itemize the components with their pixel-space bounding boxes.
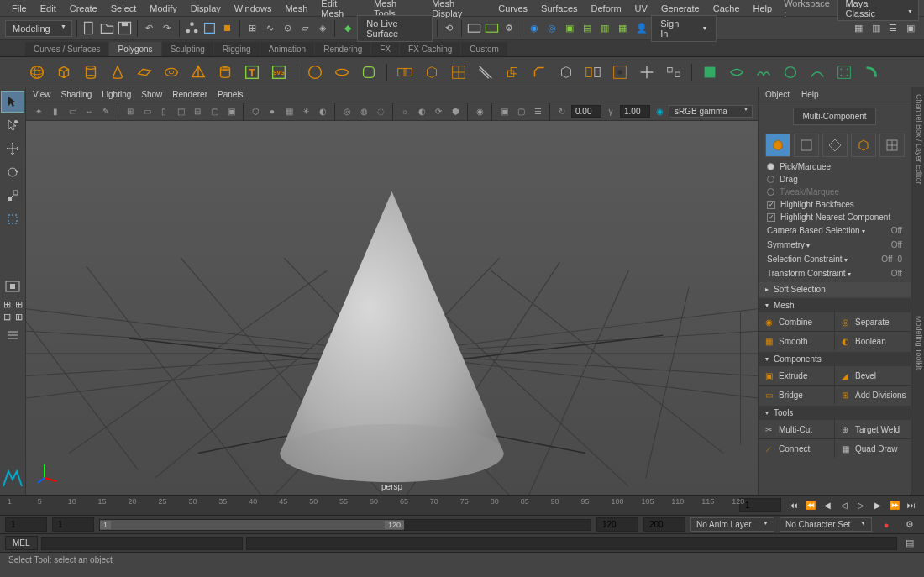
snap-point-icon[interactable]: ⊙	[280, 19, 296, 38]
vp-show-all-icon[interactable]: ▣	[496, 104, 512, 119]
char-set-dropdown[interactable]: No Character Set	[780, 517, 872, 532]
menu-deform[interactable]: Deform	[585, 1, 628, 16]
sculpt-2-icon[interactable]	[725, 60, 748, 84]
shelf-tab-rigging[interactable]: Rigging	[214, 42, 260, 56]
prefs-icon[interactable]: ⚙	[900, 516, 919, 534]
step-back-key-icon[interactable]: ⏪	[803, 498, 818, 513]
pick-marquee-radio[interactable]: Pick/Marquee	[759, 160, 911, 173]
shelf-tab-custom[interactable]: Custom	[461, 42, 507, 56]
vp-motion-blur-icon[interactable]: ⟳	[431, 104, 446, 119]
vp-safe-title-icon[interactable]: ▣	[223, 104, 239, 119]
object-mode-button[interactable]	[765, 134, 790, 157]
layout-grid-4-icon[interactable]: ⊞	[13, 312, 24, 323]
vp-menu-panels[interactable]: Panels	[218, 90, 244, 99]
open-scene-icon[interactable]	[99, 19, 115, 38]
anim-layer-dropdown[interactable]: No Anim Layer	[690, 517, 774, 532]
menu-modify[interactable]: Modify	[143, 1, 183, 16]
bridge-button[interactable]: ▭Bridge	[759, 386, 834, 404]
components-section-header[interactable]: Components	[759, 352, 911, 366]
vp-select-camera-icon[interactable]: ✦	[31, 104, 46, 119]
poly-superellipse-icon[interactable]	[357, 60, 381, 84]
multicut-icon[interactable]	[474, 60, 497, 84]
ipr-render-icon[interactable]	[484, 19, 500, 38]
range-start-field[interactable]	[52, 517, 94, 532]
panel-4-icon[interactable]: ▦	[614, 19, 630, 38]
bevel-button[interactable]: ◢Bevel	[835, 366, 911, 385]
script-editor-icon[interactable]: ▤	[900, 534, 919, 553]
separate-icon[interactable]	[420, 60, 444, 84]
menuset-dropdown[interactable]: Modeling	[5, 20, 72, 37]
face-mode-button[interactable]	[851, 134, 876, 157]
vp-wireframe-icon[interactable]: ⬡	[248, 104, 263, 119]
sculpt-5-icon[interactable]	[806, 60, 829, 84]
vp-gamma-field[interactable]	[620, 105, 650, 118]
channel-box-tab[interactable]: Channel Box / Layer Editor	[911, 87, 924, 191]
menu-help[interactable]: Help	[747, 1, 780, 16]
vp-isolate-icon[interactable]: ◎	[339, 104, 354, 119]
poly-cube-icon[interactable]	[52, 60, 76, 84]
menu-mesh-display[interactable]: Mesh Display	[425, 0, 491, 21]
multicut-button[interactable]: ✂Multi-Cut	[759, 420, 834, 438]
range-slider-track[interactable]: 1120	[99, 519, 591, 531]
panel-3-icon[interactable]: ▥	[596, 19, 612, 38]
vp-exposure-field[interactable]	[571, 105, 601, 118]
menu-windows[interactable]: Windows	[228, 1, 279, 16]
combine-icon[interactable]	[393, 60, 417, 84]
vp-menu-show[interactable]: Show	[141, 90, 162, 99]
panel-2-icon[interactable]: ▤	[580, 19, 596, 38]
poly-cylinder-icon[interactable]	[79, 60, 102, 84]
auto-key-icon[interactable]: ●	[877, 516, 895, 534]
vp-shadows-icon[interactable]: ◐	[315, 104, 330, 119]
poly-disc-icon[interactable]	[330, 60, 354, 84]
go-end-icon[interactable]: ⏭	[904, 498, 919, 513]
tools-section-header[interactable]: Tools	[759, 406, 911, 420]
uv-mode-button[interactable]	[879, 134, 905, 157]
shelf-tab-fxcaching[interactable]: FX Caching	[400, 42, 460, 56]
layout-grid-2-icon[interactable]: ⊞	[13, 299, 24, 310]
vp-menu-shading[interactable]: Shading	[61, 90, 92, 99]
poly-pyramid-icon[interactable]	[186, 60, 210, 84]
vp-color-mgmt-icon[interactable]: ◉	[652, 104, 667, 119]
separate-button[interactable]: ◎Separate	[835, 312, 911, 331]
vp-use-lights-icon[interactable]: ☀	[298, 104, 313, 119]
range-slider-handle[interactable]: 1120	[100, 520, 404, 530]
shelf-tab-rendering[interactable]: Rendering	[315, 42, 370, 56]
vp-aa-icon[interactable]: ⬢	[448, 104, 463, 119]
account-icon[interactable]: 👤	[633, 19, 649, 38]
menu-surfaces[interactable]: Surfaces	[534, 1, 584, 16]
shelf-tab-fx[interactable]: FX	[371, 42, 399, 56]
vp-bookmark-icon[interactable]: ▮	[48, 104, 63, 119]
snap-curve-icon[interactable]: ∿	[262, 19, 278, 38]
hypershade-icon[interactable]: ◉	[527, 19, 543, 38]
vp-menu-renderer[interactable]: Renderer	[172, 90, 207, 99]
selection-constraint-dropdown[interactable]: Selection Constraint	[767, 254, 876, 264]
lasso-tool[interactable]	[1, 114, 24, 136]
poly-type-icon[interactable]: T	[240, 60, 264, 84]
menu-edit[interactable]: Edit	[34, 1, 63, 16]
scale-tool[interactable]	[1, 185, 24, 207]
vp-show-curve-icon[interactable]: ☰	[530, 104, 545, 119]
render-frame-icon[interactable]	[466, 19, 482, 38]
workspace-dropdown[interactable]: Maya Classic	[837, 0, 919, 21]
mesh-section-header[interactable]: Mesh	[759, 298, 911, 312]
render-settings-icon[interactable]: ⚙	[501, 19, 517, 38]
poly-pipe-icon[interactable]	[213, 60, 237, 84]
script-lang-button[interactable]: MEL	[5, 536, 38, 550]
poly-plane-icon[interactable]	[133, 60, 156, 84]
toggle-toolsettings-icon[interactable]: ▥	[868, 19, 884, 38]
rp-menu-help[interactable]: Help	[801, 90, 819, 99]
snap-grid-icon[interactable]: ⊞	[244, 19, 260, 38]
vp-safe-action-icon[interactable]: ▢	[207, 104, 222, 119]
tweak-marquee-radio[interactable]: Tweak/Marquee	[759, 186, 911, 198]
add-divisions-button[interactable]: ⊞Add Divisions	[835, 386, 911, 404]
layout-grid-1-icon[interactable]: ⊞	[2, 299, 13, 310]
poly-torus-icon[interactable]	[160, 60, 183, 84]
vp-image-plane-icon[interactable]: ▭	[65, 104, 80, 119]
poly-svg-icon[interactable]: SVG	[267, 60, 291, 84]
move-tool[interactable]	[1, 138, 24, 160]
vp-exposure-icon[interactable]: ☼	[397, 104, 412, 119]
snap-live-icon[interactable]: ◈	[315, 19, 331, 38]
layout-grid-3-icon[interactable]: ⊟	[2, 312, 13, 323]
sculpt-6-icon[interactable]	[832, 60, 856, 84]
time-ruler[interactable]: 1510152025303540455055606570758085909510…	[0, 496, 739, 515]
